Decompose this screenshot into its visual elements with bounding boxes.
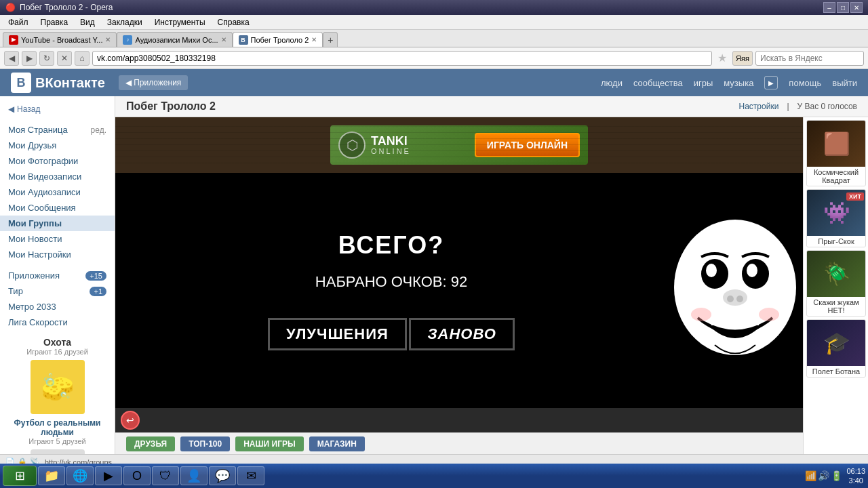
restart-button[interactable]: ↩	[121, 411, 140, 430]
game-thumb-label-bugs: Скажи жукам НЕТ!	[807, 297, 865, 316]
menu-tools[interactable]: Инструменты	[149, 16, 211, 28]
tab-label-youtube: YouTube - Broadcast Y...	[21, 36, 102, 44]
game-over-text: ВСЕГО?	[338, 231, 445, 260]
stop-button[interactable]: ✕	[57, 51, 72, 66]
sidebar-apps-label: Приложения	[8, 270, 60, 281]
menu-file[interactable]: Файл	[3, 16, 34, 28]
taskbar-file-manager[interactable]: 📁	[38, 466, 65, 485]
sidebar-friends-label: Мои Друзья	[8, 140, 56, 150]
app-settings-link[interactable]: Настройки	[739, 102, 779, 111]
app-icon: 🔴	[5, 3, 16, 12]
tab-favicon-audio: ♪	[123, 35, 132, 45]
taskbar-skype[interactable]: 💬	[209, 466, 236, 485]
game-thumb-img-jump: 👾 ХИТ	[807, 190, 866, 236]
network-icon: 📶	[805, 470, 816, 481]
vk-body: ◀ Назад Моя Страница ред. Мои Друзья Мои…	[0, 96, 868, 454]
vk-nav-help[interactable]: помощь	[789, 78, 821, 88]
back-button[interactable]: ◀	[4, 51, 19, 66]
football-players: Играют 5 друзей	[0, 437, 115, 445]
game-thumb-img-flight: 🎓	[807, 320, 866, 366]
search-input[interactable]	[755, 51, 864, 66]
volume-icon: 🔊	[818, 470, 829, 481]
svg-point-10	[759, 308, 779, 321]
taskbar-media[interactable]: ▶	[95, 466, 122, 485]
menu-edit[interactable]: Правка	[35, 16, 74, 28]
menu-bookmarks[interactable]: Закладки	[102, 16, 148, 28]
tab-close-audio[interactable]: ✕	[221, 36, 226, 43]
vk-apps-button[interactable]: ◀ Приложения	[119, 75, 189, 90]
game-thumb-jump[interactable]: 👾 ХИТ Прыг-Скок	[806, 189, 866, 247]
tab-close-game[interactable]: ✕	[311, 36, 317, 43]
taskbar: ⊞ 📁 🌐 ▶ O 🛡 👤 💬 ✉ 📶 🔊 🔋 06:13 3:40	[0, 464, 868, 488]
svg-point-7	[736, 296, 743, 302]
sidebar-settings-label: Мои Настройки	[8, 249, 71, 260]
taskbar-antivirus[interactable]: 🛡	[152, 466, 179, 485]
forward-button[interactable]: ▶	[22, 51, 37, 66]
game-thumb-flight[interactable]: 🎓 Полет Ботана	[806, 319, 866, 378]
start-button[interactable]: ⊞	[3, 466, 37, 486]
media-icon: ▶	[104, 468, 113, 483]
home-button[interactable]: ⌂	[75, 51, 90, 66]
svg-point-4	[747, 264, 757, 277]
menu-view[interactable]: Вид	[75, 16, 100, 28]
bottom-tab-friends[interactable]: ДРУЗЬЯ	[126, 436, 175, 451]
taskbar-browser[interactable]: 🌐	[66, 466, 94, 485]
separator: |	[787, 102, 789, 111]
sidebar-photos-label: Мои Фотографии	[8, 156, 78, 166]
address-input[interactable]	[92, 51, 712, 66]
score-text: НАБРАНО ОЧКОВ: 92	[315, 273, 467, 291]
reload-button[interactable]: ↻	[39, 51, 54, 66]
sidebar-item-liga[interactable]: Лига Скорости	[0, 314, 115, 330]
vk-nav-logout[interactable]: выйти	[832, 78, 857, 88]
chat-icon: ✉	[246, 468, 256, 483]
game-thumb-bugs[interactable]: 🪲 Скажи жукам НЕТ!	[806, 250, 866, 317]
sidebar-liga-label: Лига Скорости	[8, 317, 68, 327]
tab-game[interactable]: В Побег Трололо 2 ✕	[233, 32, 323, 47]
vk-logo: В ВКонтакте	[11, 73, 105, 93]
vk-nav-games[interactable]: игры	[694, 78, 713, 88]
bottom-tab-shop[interactable]: МАГАЗИН	[309, 436, 365, 451]
menu-help[interactable]: Справка	[212, 16, 255, 28]
tab-close-youtube[interactable]: ✕	[105, 36, 111, 43]
vk-logo-text: ВКонтакте	[35, 75, 105, 91]
game-thumb-cosmic[interactable]: 🟫 Космический Квадрат	[806, 120, 866, 186]
sidebar-apps-badge: +15	[85, 271, 106, 281]
tab-label-audio: Аудиозаписи Михи Ос...	[135, 36, 218, 44]
close-button[interactable]: ✕	[850, 2, 863, 13]
vk-nav-music[interactable]: музыка	[724, 78, 753, 88]
restart-box[interactable]: ЗАНОВО	[409, 318, 514, 350]
sidebar-item-settings[interactable]: Мои Настройки	[0, 247, 115, 262]
sidebar-item-mypage[interactable]: Моя Страница ред.	[0, 122, 115, 138]
unknown1-icon: 👤	[186, 468, 201, 483]
tab-audio[interactable]: ♪ Аудиозаписи Михи Ос... ✕	[117, 32, 232, 47]
taskbar-unknown1[interactable]: 👤	[180, 466, 208, 485]
sidebar-item-videos[interactable]: Мои Видеозаписи	[0, 169, 115, 184]
sidebar-item-groups[interactable]: Мои Группы	[0, 216, 115, 231]
sidebar-item-tir[interactable]: Тир +1	[0, 283, 115, 299]
new-tab-button[interactable]: +	[323, 32, 338, 47]
sidebar-item-audio[interactable]: Мои Аудиозаписи	[0, 184, 115, 200]
sidebar-back-button[interactable]: ◀ Назад	[0, 102, 115, 117]
bookmark-star[interactable]: ★	[715, 51, 730, 66]
menubar: Файл Правка Вид Закладки Инструменты Спр…	[0, 15, 868, 30]
taskbar-chat[interactable]: ✉	[237, 466, 264, 485]
sidebar-item-news[interactable]: Мои Новости	[0, 231, 115, 247]
bottom-tab-top100[interactable]: ТОП-100	[180, 436, 230, 451]
sidebar-item-photos[interactable]: Мои Фотографии	[0, 153, 115, 169]
sidebar-item-messages[interactable]: Мои Сообщения	[0, 200, 115, 216]
taskbar-opera[interactable]: O	[123, 466, 151, 485]
bottom-tab-ourgames[interactable]: НАШИ ИГРЫ	[235, 436, 304, 451]
maximize-button[interactable]: □	[837, 2, 849, 13]
skype-icon: 💬	[215, 468, 230, 483]
vk-nav-communities[interactable]: сообщества	[633, 78, 683, 88]
sidebar-item-friends[interactable]: Мои Друзья	[0, 138, 115, 153]
vk-nav-people[interactable]: люди	[601, 78, 623, 88]
sidebar-item-apps[interactable]: Приложения +15	[0, 268, 115, 283]
engine-selector[interactable]: Яяя	[732, 51, 753, 66]
browser-icon: 🌐	[73, 468, 87, 483]
tab-youtube[interactable]: ▶ YouTube - Broadcast Y... ✕	[3, 32, 117, 47]
game-thumb-label-cosmic: Космический Квадрат	[807, 167, 865, 186]
minimize-button[interactable]: –	[823, 2, 835, 13]
sidebar-item-metro[interactable]: Метро 2033	[0, 299, 115, 314]
vk-nav-more[interactable]: ▶	[764, 76, 778, 89]
